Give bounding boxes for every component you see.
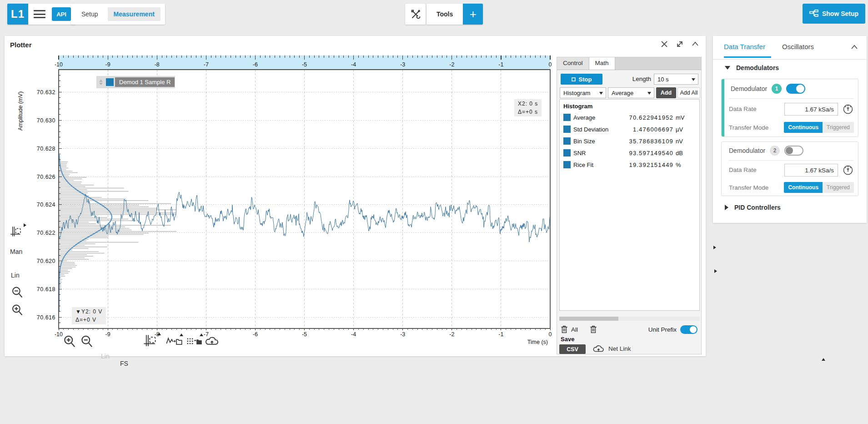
svg-text:70.626: 70.626 — [37, 174, 55, 180]
data-rate-label: Data Rate — [729, 167, 757, 173]
horizontal-scrollbar[interactable] — [559, 317, 700, 321]
data-rate-input[interactable] — [784, 103, 838, 116]
svg-text:-8: -8 — [155, 61, 160, 68]
pid-controllers-section-header[interactable]: PID Controllers — [725, 204, 781, 211]
length-label: Length — [632, 76, 651, 82]
length-select[interactable]: 10 s — [654, 74, 698, 85]
transfer-mode-label: Transfer Mode — [729, 124, 768, 131]
full-scale-button[interactable]: FS — [120, 360, 821, 367]
show-setup-button[interactable]: Show Setup — [803, 4, 865, 24]
stop-button[interactable]: Stop — [561, 74, 602, 85]
legend-swatch — [106, 78, 114, 86]
menu-icon[interactable] — [34, 10, 45, 18]
mode-triggered[interactable]: Triggered — [823, 122, 854, 133]
stat-color-swatch[interactable] — [563, 149, 571, 156]
show-setup-icon — [809, 10, 818, 18]
svg-text:70.618: 70.618 — [37, 286, 55, 293]
zoom-out-x-button[interactable] — [80, 334, 94, 351]
stat-row[interactable]: Rice Fit19.392151449% — [560, 159, 699, 171]
collapse-icon[interactable] — [691, 40, 699, 48]
demodulator-2-toggle[interactable] — [784, 146, 803, 156]
unit-prefix-toggle[interactable] — [680, 325, 697, 334]
expand-icon[interactable] — [676, 40, 684, 48]
mode-continuous[interactable]: Continuous — [784, 122, 823, 133]
cloud-upload-button[interactable] — [205, 334, 220, 349]
dropdown-arrow-icon — [599, 92, 603, 95]
save-csv-button[interactable]: CSV — [559, 344, 586, 354]
net-link-button[interactable]: Net Link — [592, 343, 631, 353]
delete-all-icon[interactable] — [561, 325, 568, 333]
add-button[interactable]: Add — [656, 87, 676, 98]
delete-all-label[interactable]: All — [571, 326, 578, 333]
tab-data-transfer[interactable]: Data Transfer — [724, 36, 765, 58]
transfer-mode-segmented: Continuous Triggered — [784, 182, 854, 193]
y-cursor-readout[interactable]: ▼Y2: 0 V Δ=+0 V — [72, 307, 106, 324]
tab-control[interactable]: Control — [557, 57, 589, 70]
zoom-out-y-button[interactable] — [11, 286, 24, 301]
plot-legend[interactable]: Demod 1 Sample R — [96, 76, 175, 88]
stat-row[interactable]: Bin Size35.786836109nV — [560, 135, 699, 147]
stop-label: Stop — [579, 76, 592, 83]
tab-oscillators[interactable]: Oscillators — [782, 36, 814, 58]
demodulators-section-header[interactable]: Demodulators — [725, 64, 779, 71]
save-plot-data-button[interactable] — [186, 335, 202, 349]
add-tool-button[interactable]: + — [463, 4, 483, 25]
stat-color-swatch[interactable] — [563, 126, 571, 133]
add-all-button[interactable]: Add All — [677, 87, 700, 98]
svg-text:70.616: 70.616 — [37, 314, 55, 321]
zoom-in-x-button[interactable] — [63, 334, 76, 351]
stat-row[interactable]: SNR93.597149540dB — [560, 147, 699, 159]
x-cursor-readout[interactable]: X2: 0 s Δ=+0 s — [514, 99, 542, 116]
stat-color-swatch[interactable] — [563, 137, 571, 145]
svg-text:-1: -1 — [498, 61, 503, 68]
mode-continuous[interactable]: Continuous — [784, 182, 823, 193]
zoom-in-y-button[interactable] — [11, 303, 24, 319]
y-cursor-line2: Δ=+0 V — [75, 316, 102, 324]
data-rate-input[interactable] — [784, 164, 838, 177]
demodulator-label: Demodulator — [731, 85, 767, 92]
svg-text:0: 0 — [549, 331, 552, 338]
autoscale-y-button[interactable] — [10, 226, 22, 240]
data-rate-label: Data Rate — [729, 106, 757, 112]
mode-tabs: Setup Measurement — [71, 4, 165, 25]
demodulator-1-toggle[interactable] — [786, 84, 805, 94]
math-operation-select[interactable]: Average — [608, 87, 654, 98]
close-icon[interactable] — [660, 40, 668, 48]
gauge-icon — [842, 164, 854, 176]
stat-row[interactable]: Std Deviation1.476006697µV — [560, 123, 699, 135]
save-plot-image-button[interactable] — [166, 335, 182, 349]
auto-rate-button[interactable] — [842, 103, 854, 117]
stat-color-swatch[interactable] — [563, 161, 571, 168]
zoom-in-icon — [63, 334, 76, 349]
svg-text:70.632: 70.632 — [37, 89, 55, 96]
collapse-panel-icon[interactable] — [850, 43, 858, 51]
auto-rate-button[interactable] — [842, 164, 854, 178]
tab-measurement[interactable]: Measurement — [108, 7, 161, 21]
stat-color-swatch[interactable] — [563, 114, 571, 121]
autoscale-icon — [10, 226, 22, 238]
stat-row[interactable]: Average70.622941952mV — [560, 111, 699, 123]
demodulator-index-badge: 1 — [772, 84, 782, 94]
tools-icon — [410, 8, 421, 20]
delete-selected-icon[interactable] — [590, 325, 597, 333]
scrollbar-thumb[interactable] — [559, 317, 618, 321]
y-cursor-line1: ▼Y2: 0 V — [75, 308, 102, 316]
svg-text:-2: -2 — [449, 61, 454, 68]
svg-text:-3: -3 — [400, 61, 405, 68]
tools-icon-button[interactable] — [405, 4, 426, 25]
x-cursor-line1: X2: 0 s — [518, 100, 538, 108]
tab-math[interactable]: Math — [589, 57, 615, 70]
save-section-label: Save — [561, 336, 574, 343]
transfer-mode-segmented: Continuous Triggered — [784, 122, 854, 133]
tab-setup[interactable]: Setup — [75, 7, 104, 21]
math-source-select[interactable]: Histogram — [560, 87, 606, 98]
autoscale-xy-button[interactable] — [143, 334, 157, 350]
active-accent-bar — [722, 79, 724, 136]
svg-text:70.624: 70.624 — [37, 202, 55, 208]
man-label: Man — [10, 248, 22, 255]
api-button[interactable]: API — [52, 7, 71, 21]
legend-sort-arrows[interactable] — [98, 80, 104, 85]
pid-controllers-title: PID Controllers — [734, 204, 781, 211]
mode-triggered[interactable]: Triggered — [823, 182, 854, 193]
svg-text:-2: -2 — [449, 331, 454, 338]
